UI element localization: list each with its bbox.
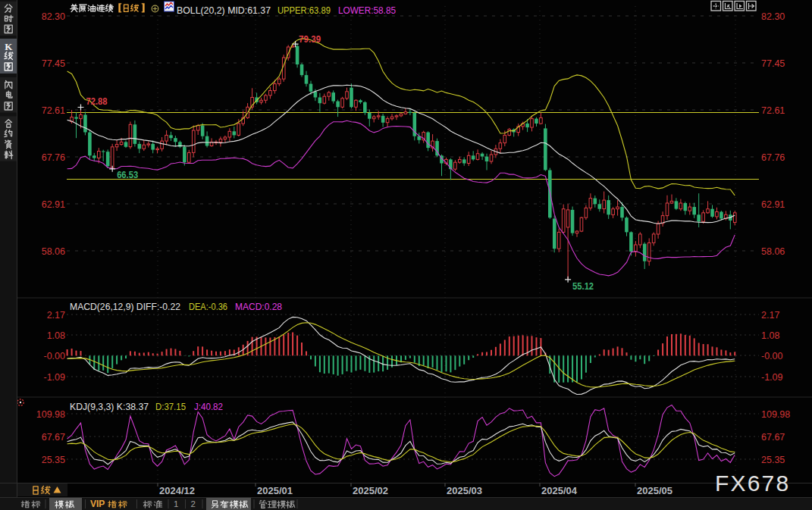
svg-text:77.45: 77.45 bbox=[761, 58, 785, 69]
svg-text:UPPER:63.89: UPPER:63.89 bbox=[277, 5, 331, 16]
svg-text:2025/02: 2025/02 bbox=[353, 485, 388, 496]
svg-text:-0.00: -0.00 bbox=[44, 351, 66, 361]
svg-text:D:37.15: D:37.15 bbox=[155, 401, 186, 412]
svg-text:67.76: 67.76 bbox=[42, 152, 65, 163]
svg-text:62.91: 62.91 bbox=[42, 199, 65, 210]
svg-text:1.08: 1.08 bbox=[47, 330, 65, 341]
svg-text:109.98: 109.98 bbox=[761, 409, 790, 420]
svg-text:MACD(26,12,9) DIFF:-0.22: MACD(26,12,9) DIFF:-0.22 bbox=[70, 301, 180, 312]
svg-text:2024/12: 2024/12 bbox=[159, 485, 195, 496]
svg-text:2025/04: 2025/04 bbox=[541, 485, 578, 496]
svg-text:82.30: 82.30 bbox=[42, 11, 65, 22]
svg-text:82.30: 82.30 bbox=[761, 11, 785, 22]
svg-text:-1.09: -1.09 bbox=[761, 372, 783, 383]
svg-text:K: K bbox=[5, 41, 13, 52]
svg-text:2: 2 bbox=[191, 499, 196, 508]
svg-text:72.61: 72.61 bbox=[761, 105, 785, 116]
svg-text:67.67: 67.67 bbox=[761, 432, 785, 443]
svg-text:79.39: 79.39 bbox=[299, 34, 321, 45]
svg-text:25.35: 25.35 bbox=[42, 455, 65, 465]
svg-text:72.61: 72.61 bbox=[42, 105, 65, 116]
svg-text:KDJ(9,3,3) K:38.37: KDJ(9,3,3) K:38.37 bbox=[70, 401, 149, 412]
svg-text:2025/05: 2025/05 bbox=[637, 485, 672, 496]
svg-text:62.91: 62.91 bbox=[761, 199, 785, 210]
svg-text:58.06: 58.06 bbox=[761, 246, 785, 257]
svg-text:67.76: 67.76 bbox=[761, 152, 785, 163]
svg-text:77.45: 77.45 bbox=[42, 58, 65, 69]
svg-text:DEA:-0.36: DEA:-0.36 bbox=[189, 301, 227, 312]
svg-text:25.35: 25.35 bbox=[761, 455, 785, 465]
svg-text:FX678: FX678 bbox=[715, 471, 790, 496]
svg-text:-0.00: -0.00 bbox=[761, 351, 783, 361]
svg-text:58.06: 58.06 bbox=[42, 246, 65, 257]
svg-text:2.17: 2.17 bbox=[47, 310, 65, 321]
svg-text:1: 1 bbox=[174, 499, 178, 508]
svg-text:J:40.82: J:40.82 bbox=[194, 401, 223, 412]
svg-text:55.12: 55.12 bbox=[572, 281, 594, 292]
svg-text:MACD:0.28: MACD:0.28 bbox=[235, 301, 282, 312]
svg-text:2025/03: 2025/03 bbox=[447, 485, 482, 496]
svg-text:109.98: 109.98 bbox=[36, 409, 65, 420]
svg-text:2.17: 2.17 bbox=[761, 310, 779, 321]
svg-text:LOWER:58.85: LOWER:58.85 bbox=[338, 5, 396, 16]
svg-text:72.88: 72.88 bbox=[86, 96, 108, 107]
svg-text:-1.09: -1.09 bbox=[44, 372, 66, 383]
svg-text:2025/01: 2025/01 bbox=[257, 485, 293, 496]
svg-text:67.67: 67.67 bbox=[42, 432, 65, 443]
svg-text:VIP: VIP bbox=[90, 499, 105, 509]
svg-text:BOLL(20,2) MID:61.37: BOLL(20,2) MID:61.37 bbox=[177, 5, 271, 16]
svg-text:66.53: 66.53 bbox=[117, 170, 138, 180]
svg-text:1.08: 1.08 bbox=[761, 330, 779, 341]
